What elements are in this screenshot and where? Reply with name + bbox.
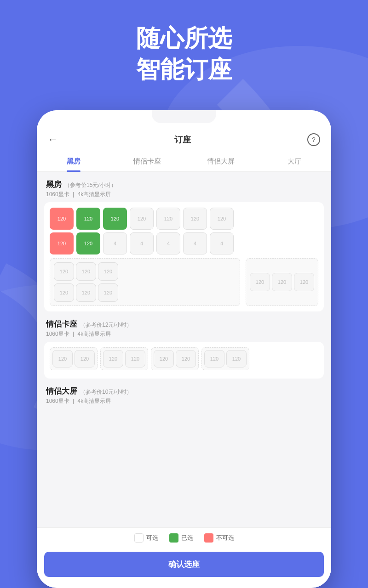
seat-1-4[interactable]: 120	[130, 208, 154, 230]
seat-5-2[interactable]: 120	[272, 273, 292, 291]
app-content: ← 订座 ? 黑房 情侣卡座 情侣大屏 大厅 黑房 （参考价15元/小时） 10…	[37, 110, 331, 588]
phone-mockup: ← 订座 ? 黑房 情侣卡座 情侣大屏 大厅 黑房 （参考价15元/小时） 10…	[37, 110, 331, 588]
seat-1-3[interactable]: 120	[103, 208, 127, 230]
section-heifang-specs: 1060显卡 | 4k高清显示屏	[46, 191, 322, 198]
seat-5-1[interactable]: 120	[250, 273, 270, 291]
hero-line1: 随心所选	[136, 25, 232, 51]
tab-dating[interactable]: 大厅	[258, 152, 331, 171]
seat-row-2: 120 120 4 4 4 4 4	[50, 232, 318, 254]
tab-qinglv-dapin[interactable]: 情侣大屏	[184, 152, 258, 171]
section-kazuo-header: 情侣卡座 （参考价12元/小时） 1060显卡 | 4k高清显示屏	[44, 319, 324, 338]
section-dapin-header: 情侣大屏 （参考价10元/小时） 1060显卡 | 4k高清显示屏	[44, 386, 324, 405]
sofa-2b[interactable]: 120	[125, 350, 145, 368]
section-dapin-specs: 1060显卡 | 4k高清显示屏	[46, 397, 322, 405]
tab-heifang[interactable]: 黑房	[37, 152, 110, 171]
seat-2-4[interactable]: 4	[130, 232, 154, 254]
sofa-1a[interactable]: 120	[52, 350, 73, 368]
section-kazuo-specs: 1060显卡 | 4k高清显示屏	[46, 330, 322, 338]
hero-line2: 智能订座	[136, 56, 232, 83]
legend-selected-label: 已选	[181, 534, 193, 542]
seat-1-7[interactable]: 120	[210, 208, 234, 230]
page-title: 订座	[174, 134, 191, 145]
legend-unavailable-icon	[204, 533, 213, 543]
seat-row-1: 120 120 120 120 120 120 120	[50, 208, 318, 230]
sofa-3a[interactable]: 120	[154, 350, 174, 368]
legend-unavailable: 不可选	[204, 533, 234, 543]
seat-3-3[interactable]: 120	[98, 262, 118, 281]
seat-5-3[interactable]: 120	[294, 273, 314, 291]
seat-1-2[interactable]: 120	[76, 208, 100, 230]
sofa-row-1: 120 120 120 120 120 120 120 120	[50, 347, 318, 370]
tab-qinglv-kazuo[interactable]: 情侣卡座	[110, 152, 184, 171]
sofa-1b[interactable]: 120	[75, 350, 95, 368]
legend-selected: 已选	[169, 533, 193, 543]
scroll-content: 黑房 （参考价15元/小时） 1060显卡 | 4k高清显示屏 120 120 …	[37, 172, 331, 527]
seat-2-3[interactable]: 4	[103, 232, 127, 254]
seat-2-5[interactable]: 4	[156, 232, 180, 254]
legend-selected-icon	[169, 533, 178, 543]
seat-row-4a: 120 120 120	[54, 283, 236, 302]
legend-available-icon	[134, 533, 144, 543]
seat-2-2[interactable]: 120	[76, 232, 100, 254]
seat-3-1[interactable]: 120	[54, 262, 74, 281]
section-heifang-title: 黑房	[46, 179, 62, 190]
section-heifang-header: 黑房 （参考价15元/小时） 1060显卡 | 4k高清显示屏	[44, 179, 324, 198]
seat-3-2[interactable]: 120	[76, 262, 96, 281]
legend-available-label: 可选	[146, 534, 158, 542]
sofa-4b[interactable]: 120	[226, 350, 247, 368]
seat-grid-kazuo: 120 120 120 120 120 120 120 120	[44, 342, 324, 379]
tab-bar: 黑房 情侣卡座 情侣大屏 大厅	[37, 152, 331, 172]
seat-4-1[interactable]: 120	[54, 283, 74, 302]
seat-2-7[interactable]: 4	[210, 232, 234, 254]
confirm-button[interactable]: 确认选座	[44, 552, 324, 577]
seat-4-2[interactable]: 120	[76, 283, 96, 302]
section-dapin-price: （参考价10元/小时）	[80, 388, 132, 396]
section-kazuo-title: 情侣卡座	[46, 319, 77, 329]
phone-notch	[152, 110, 216, 123]
seat-1-1[interactable]: 120	[50, 208, 74, 230]
back-button[interactable]: ←	[48, 134, 58, 146]
help-button[interactable]: ?	[307, 133, 320, 146]
sofa-2a[interactable]: 120	[103, 350, 123, 368]
seat-4-3[interactable]: 120	[98, 283, 118, 302]
seat-grid-heifang: 120 120 120 120 120 120 120 120 120 4 4 …	[44, 202, 324, 311]
seat-2-1[interactable]: 120	[50, 232, 74, 254]
hero-header: 随心所选 智能订座	[0, 23, 368, 85]
seat-1-5[interactable]: 120	[156, 208, 180, 230]
seat-row-3b: 120 120 120	[250, 273, 314, 291]
legend-bar: 可选 已选 不可选	[37, 527, 331, 548]
seat-row-3a: 120 120 120	[54, 262, 236, 281]
sofa-3b[interactable]: 120	[176, 350, 196, 368]
sofa-4a[interactable]: 120	[204, 350, 224, 368]
seat-1-6[interactable]: 120	[183, 208, 207, 230]
legend-unavailable-label: 不可选	[216, 534, 234, 542]
section-kazuo-price: （参考价12元/小时）	[80, 321, 132, 329]
seat-2-6[interactable]: 4	[183, 232, 207, 254]
legend-available: 可选	[134, 533, 158, 543]
section-heifang-price: （参考价15元/小时）	[64, 181, 116, 189]
section-dapin-title: 情侣大屏	[46, 386, 77, 396]
